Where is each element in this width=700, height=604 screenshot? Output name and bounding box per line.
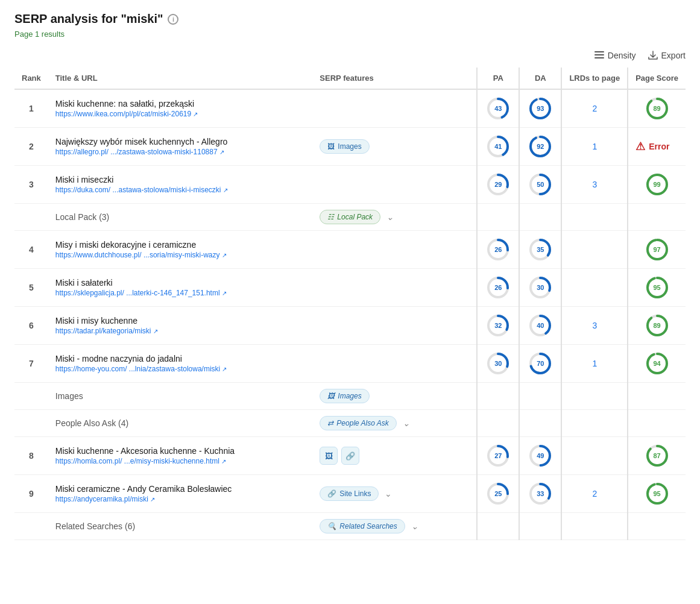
result-url[interactable]: https://www.ikea.com/pl/pl/cat/miski-206…	[55, 110, 306, 118]
external-link-icon: ↗	[221, 458, 226, 465]
toolbar: Density Export	[14, 51, 686, 60]
lrds-cell: 3	[561, 307, 628, 345]
title-url-cell: Miski ceramiczne - Andy Ceramika Bolesła…	[48, 475, 313, 513]
result-title: Największy wybór misek kuchennych - Alle…	[55, 137, 306, 146]
rank-cell: 6	[14, 307, 48, 345]
result-title: Miski kuchenne: na sałatki, przekąski	[55, 99, 306, 109]
da-cell	[519, 204, 561, 231]
export-button[interactable]: Export	[648, 51, 686, 60]
serp-features-cell	[312, 307, 477, 345]
lrds-cell: 1	[561, 128, 628, 166]
external-link-icon: ↗	[150, 496, 155, 503]
lrds-link[interactable]: 2	[592, 489, 597, 499]
svg-rect-2	[594, 57, 604, 58]
title-url-cell: Miski i miseczki https://duka.com/ ...as…	[48, 166, 313, 204]
external-link-icon: ↗	[222, 252, 227, 259]
feature-badge-paa: ⇄ People Also Ask	[320, 416, 397, 430]
col-title-url: Title & URL	[48, 68, 313, 89]
pa-cell	[477, 383, 519, 410]
result-url[interactable]: https://allegro.pl/ .../zastawa-stolowa-…	[55, 148, 306, 156]
rank-cell	[14, 513, 48, 540]
col-serp-features: SERP features	[312, 68, 477, 89]
page-score-cell	[628, 204, 686, 231]
pa-cell: 41	[477, 128, 519, 166]
pa-cell	[477, 410, 519, 437]
feature-badge-images: 🖼 Images	[320, 139, 369, 154]
lrds-cell	[561, 269, 628, 307]
external-link-icon: ↗	[222, 290, 227, 297]
rank-cell: 3	[14, 166, 48, 204]
col-rank: Rank	[14, 68, 48, 89]
serp-features-cell: 🖼🔗	[312, 437, 477, 475]
title-url-cell: Miski i sałaterki https://sklepgalicja.p…	[48, 269, 313, 307]
image-feature-icon: 🖼	[327, 392, 335, 400]
external-link-icon: ↗	[193, 111, 198, 118]
result-title: Miski - modne naczynia do jadalni	[55, 354, 306, 363]
da-cell	[519, 513, 561, 540]
external-link-icon: ↗	[223, 187, 228, 193]
special-row-label: Local Pack (3)	[55, 212, 109, 222]
lrds-cell	[561, 410, 628, 437]
serp-features-cell: 🔗 Site Links ⌄	[312, 475, 477, 513]
result-url[interactable]: https://tadar.pl/kategoria/miski ↗	[55, 327, 306, 335]
density-button[interactable]: Density	[594, 51, 636, 60]
serp-features-cell: ⇄ People Also Ask ⌄	[312, 410, 477, 437]
da-cell: 40	[519, 307, 561, 345]
info-icon[interactable]: i	[168, 14, 178, 25]
title-url-cell: Miski - modne naczynia do jadalni https:…	[48, 345, 313, 383]
expand-icon[interactable]: ⌄	[403, 418, 410, 428]
local-feature-icon: ☷	[327, 213, 334, 221]
col-pa: PA	[477, 68, 519, 89]
lrds-cell	[561, 513, 628, 540]
da-cell: 92	[519, 128, 561, 166]
rank-cell: 2	[14, 128, 48, 166]
pa-cell: 43	[477, 89, 519, 128]
external-link-icon: ↗	[219, 149, 224, 156]
result-url[interactable]: https://home-you.com/ ...lnia/zastawa-st…	[55, 365, 306, 373]
col-da: DA	[519, 68, 561, 89]
da-cell: 35	[519, 231, 561, 269]
error-icon: ⚠	[635, 140, 645, 153]
result-url[interactable]: https://sklepgalicja.pl/ ...laterki-c-14…	[55, 289, 306, 297]
result-url[interactable]: https://www.dutchhouse.pl/ ...soria/misy…	[55, 251, 306, 259]
result-url[interactable]: https://homla.com.pl/ ...e/misy-miski-ku…	[55, 457, 306, 465]
error-cell: ⚠ Error	[635, 140, 678, 153]
page-score-cell: 95	[628, 475, 686, 513]
lrds-link[interactable]: 1	[592, 359, 597, 368]
title-url-cell: People Also Ask (4)	[48, 410, 313, 437]
pa-cell: 25	[477, 475, 519, 513]
pa-cell: 26	[477, 231, 519, 269]
feature-badge-images: 🖼 Images	[320, 389, 369, 403]
lrds-link[interactable]: 3	[592, 321, 597, 330]
title-url-cell: Local Pack (3)	[48, 204, 313, 231]
rank-cell: 4	[14, 231, 48, 269]
result-url[interactable]: https://andyceramika.pl/miski ↗	[55, 495, 306, 503]
title-url-cell: Miski kuchenne: na sałatki, przekąski ht…	[48, 89, 313, 128]
rank-cell: 9	[14, 475, 48, 513]
special-row-label: Images	[55, 391, 83, 401]
related-feature-icon: 🔍	[327, 522, 336, 530]
sitelinks-feature-icon: 🔗	[327, 489, 336, 498]
lrds-link[interactable]: 1	[592, 142, 597, 151]
expand-icon[interactable]: ⌄	[385, 489, 392, 499]
feature-badges: 🖼 Images	[320, 139, 469, 154]
pa-cell: 29	[477, 166, 519, 204]
result-url[interactable]: https://duka.com/ ...astawa-stolowa/misk…	[55, 186, 306, 194]
lrds-cell: 2	[561, 89, 628, 128]
expand-icon[interactable]: ⌄	[411, 521, 418, 531]
lrds-link[interactable]: 3	[592, 180, 597, 189]
page-title: SERP analysis for "miski" i	[14, 12, 686, 26]
feature-badges: 🖼 Images	[320, 389, 469, 403]
da-cell: 50	[519, 166, 561, 204]
feature-badges: 🖼🔗	[320, 447, 469, 465]
title-url-cell: Największy wybór misek kuchennych - Alle…	[48, 128, 313, 166]
result-title: Miski kuchenne - Akcesoria kuchenne - Ku…	[55, 446, 306, 456]
da-cell: 93	[519, 89, 561, 128]
expand-icon[interactable]: ⌄	[386, 212, 394, 222]
serp-features-cell	[312, 166, 477, 204]
col-page-score: Page Score	[628, 68, 686, 89]
result-title: Miski i misy kuchenne	[55, 316, 306, 326]
lrds-link[interactable]: 2	[592, 104, 597, 113]
feature-badge-sitelinks: 🔗 Site Links	[320, 486, 379, 501]
rank-cell: 1	[14, 89, 48, 128]
